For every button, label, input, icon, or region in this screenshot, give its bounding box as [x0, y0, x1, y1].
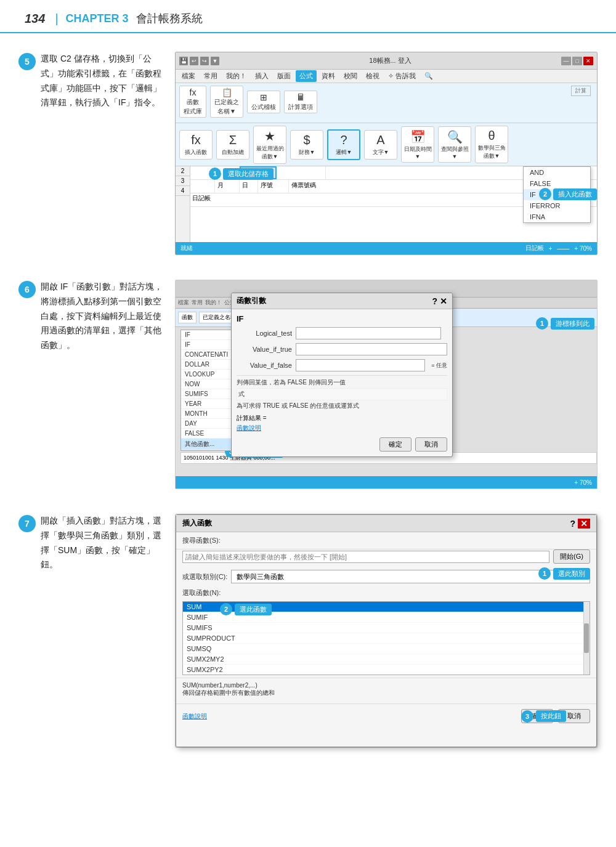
menu-file[interactable]: 檔案: [178, 70, 199, 82]
insert-fn-help-icon[interactable]: ?: [570, 519, 575, 529]
menu-layout[interactable]: 版面: [274, 70, 294, 82]
ribbon-fn-lib[interactable]: fx 函數 程式庫: [179, 86, 206, 118]
menu-tell[interactable]: ✧ 告訴我: [384, 70, 419, 82]
dialog-title-fn-args: 函數引數 ? ✕: [232, 293, 452, 309]
ribbon-calc-options[interactable]: 🖩 計算選項: [284, 91, 317, 113]
close-btn[interactable]: ✕: [583, 57, 593, 65]
or-category-row: 或選取類別(C): 數學與三角函數 1 選此類別: [176, 567, 596, 586]
cell-a3[interactable]: [190, 180, 215, 193]
math-btn[interactable]: θ 數學與三角函數▼: [475, 126, 508, 163]
fn-select-list[interactable]: SUM SUMIF SUMIFS SUMPRODUCT SUMSQ SUMX2M…: [182, 601, 590, 675]
menu-view[interactable]: 檢視: [362, 70, 383, 82]
def-names-label2: 名稱▼: [217, 107, 236, 116]
fn-item-sumifs[interactable]: SUMIFS: [181, 389, 235, 399]
dropdown-iferror[interactable]: IFERROR: [524, 200, 590, 211]
autosum-btn[interactable]: Σ 自動加總: [216, 130, 249, 160]
menu-review[interactable]: 校閱: [340, 70, 361, 82]
ann-select-category: 1 選此類別: [538, 567, 590, 580]
audit-label: 公式稽核: [251, 103, 276, 111]
calc-label: 計算選項: [288, 103, 313, 111]
ribbon-defined-names[interactable]: 📋 已定義之 名稱▼: [210, 86, 243, 118]
cell-d2[interactable]: [277, 166, 326, 179]
dialog-btn-row: 確定 取消: [237, 437, 447, 452]
ann-text-s3-1: 選此類別: [553, 568, 590, 580]
menu-data[interactable]: 資料: [318, 70, 339, 82]
fn-item-dollar[interactable]: DOLLAR: [181, 360, 235, 370]
fn-item-now[interactable]: NOW: [181, 379, 235, 389]
logical-test-input[interactable]: [296, 327, 441, 339]
finance-btn[interactable]: $ 財務▼: [290, 130, 323, 160]
fn-item-false[interactable]: FALSE: [181, 429, 235, 439]
menu-search-icon[interactable]: 🔍: [421, 71, 437, 81]
dialog-help-icon[interactable]: ?: [432, 296, 437, 306]
fn-item-month[interactable]: MONTH: [181, 409, 235, 419]
section-7: 7 開啟「插入函數」對話方塊，選擇「數學與三角函數」類別，選擇「SUM」函數，按…: [18, 514, 598, 748]
menu-insert[interactable]: 插入: [251, 70, 272, 82]
dropdown-and[interactable]: AND: [524, 167, 590, 178]
fn-item-year[interactable]: YEAR: [181, 399, 235, 409]
search-fn-input[interactable]: [182, 551, 549, 563]
status-bar-1: 就緒 日記帳 + —— + 70%: [176, 242, 597, 254]
fn-signature: SUM(number1,number2,...): [182, 682, 590, 689]
def-names-icon: 📋: [222, 87, 232, 97]
insert-fn-label: 插入函數: [185, 148, 207, 156]
status-ready: 就緒: [180, 244, 193, 253]
undo-icon[interactable]: ↩: [190, 57, 198, 65]
confirm-btn[interactable]: 確定: [379, 437, 411, 452]
cancel-btn[interactable]: 取消: [415, 437, 447, 452]
fn-lib-label: 函數: [187, 98, 199, 107]
fn-item-sumifs[interactable]: SUMIFS: [183, 623, 590, 633]
search-row: 搜尋函數(S):: [176, 532, 596, 549]
calc-result-row: 計算結果 =: [237, 414, 447, 423]
fn-item-sumsq[interactable]: SUMSQ: [183, 644, 590, 654]
dialog-close-icon[interactable]: ✕: [440, 296, 447, 306]
value-false-input[interactable]: [296, 359, 425, 371]
ann-badge-s3-1: 1: [538, 567, 551, 580]
dialog-row-logical: Logical_test: [237, 327, 447, 339]
insert-fn-btn[interactable]: fx 插入函數: [179, 130, 213, 160]
dropdown-ifna[interactable]: IFNA: [524, 211, 590, 222]
ribbon-formula-audit[interactable]: ⊞ 公式稽核: [247, 91, 280, 113]
date-btn[interactable]: 📅 日期及時間▼: [401, 126, 434, 163]
page-header: 134 | CHAPTER 3 會計帳務系統: [0, 0, 616, 33]
cell-voucher-label: 傳票號碼: [289, 180, 326, 193]
text-btn[interactable]: A 文字▼: [364, 130, 397, 160]
menu-my[interactable]: 我的！: [222, 70, 250, 82]
menu-formula[interactable]: 公式: [296, 70, 317, 82]
dialog-title-text: 函數引數: [237, 296, 266, 306]
ann-select-fn: 2 選此函數: [220, 603, 272, 615]
fn-item-if2[interactable]: IF: [181, 340, 235, 350]
fn-help-link[interactable]: 函數說明: [237, 424, 261, 432]
fn-description: SUM(number1,number2,...) 傳回儲存格範圍中所有數值的總和: [176, 678, 596, 701]
text-icon: A: [376, 133, 384, 147]
fn-item-concat[interactable]: CONCATENATI: [181, 350, 235, 360]
arrow-icon[interactable]: ▼: [211, 57, 219, 65]
or-label: 或選取類別(C):: [182, 572, 227, 582]
recent-fn-btn[interactable]: ★ 最近用過的函數▼: [253, 126, 286, 164]
dialog-fn-name: IF: [237, 314, 447, 323]
ann-text-s3-2: 選此函數: [235, 604, 272, 615]
fn-item-sumproduct[interactable]: SUMPRODUCT: [183, 633, 590, 644]
fn-item-vlookup[interactable]: VLOOKUP: [181, 370, 235, 379]
category-select[interactable]: 數學與三角函數: [231, 570, 590, 583]
fn-help-link[interactable]: 函數說明: [182, 712, 207, 721]
menu-home[interactable]: 常用: [200, 70, 221, 82]
fn-item-sumx2my2[interactable]: SUMX2MY2: [183, 654, 590, 665]
fn-item-if1[interactable]: IF: [181, 330, 235, 340]
fn-list-scrollbar[interactable]: [583, 602, 590, 675]
fn-item-other[interactable]: 其他函數...: [181, 439, 235, 450]
insert-fn-close-btn[interactable]: ✕: [578, 519, 590, 529]
redo-icon[interactable]: ↪: [200, 57, 209, 65]
ann-badge-s2-1: 1: [536, 317, 548, 330]
save-icon[interactable]: 💾: [179, 57, 188, 65]
fn-item-day[interactable]: DAY: [181, 419, 235, 429]
fn-item-sumx2py2[interactable]: SUMX2PY2: [183, 665, 590, 675]
logic-btn[interactable]: ? 邏輯▼: [327, 129, 360, 160]
minimize-btn[interactable]: —: [561, 57, 571, 65]
start-search-btn[interactable]: 開始(G): [553, 549, 590, 564]
dialog-true-label: Value_if_true: [237, 346, 292, 353]
cell-day-label: 日: [240, 180, 258, 193]
lookup-btn[interactable]: 🔍 查閱與參照▼: [438, 126, 471, 163]
restore-btn[interactable]: □: [572, 57, 582, 65]
value-true-input[interactable]: [296, 343, 447, 355]
